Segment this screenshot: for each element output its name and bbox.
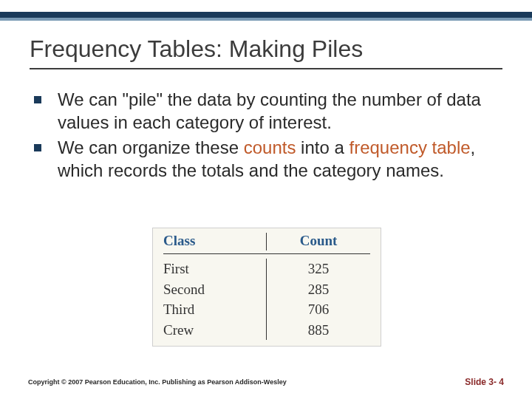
cell-count: 325 <box>267 259 370 279</box>
slide-title: Frequency Tables: Making Piles <box>30 35 363 63</box>
bullet-item: We can organize these counts into a freq… <box>34 137 502 182</box>
bullet-text: We can "pile" the data by counting the n… <box>58 89 502 134</box>
table-header-count: Count <box>267 233 370 250</box>
bullet-text-segment: We can organize these <box>58 137 244 157</box>
table-header-class: Class <box>163 233 267 250</box>
content-area: We can "pile" the data by counting the n… <box>34 89 502 185</box>
cell-class: Second <box>163 279 267 300</box>
accent-bar-dark <box>0 12 532 18</box>
highlight-text: counts <box>244 137 296 157</box>
bullet-text: We can organize these counts into a freq… <box>58 137 502 182</box>
highlight-text: frequency table <box>349 137 470 157</box>
bullet-item: We can "pile" the data by counting the n… <box>34 89 502 134</box>
table-row: Second 285 <box>163 279 370 300</box>
cell-class: Third <box>163 299 267 320</box>
table-body: First 325 Second 285 Third 706 Crew 885 <box>163 259 370 340</box>
table-header-row: Class Count <box>163 233 370 254</box>
cell-class: First <box>163 259 267 279</box>
title-underline <box>30 68 502 69</box>
table-row: Third 706 <box>163 299 370 320</box>
cell-count: 885 <box>267 320 370 341</box>
bullet-text-segment: We can "pile" the data by counting the n… <box>58 89 481 132</box>
table-row: First 325 <box>163 259 370 279</box>
slide-number: Slide 3- 4 <box>465 377 504 387</box>
square-bullet-icon <box>34 96 41 103</box>
cell-count: 285 <box>267 279 370 300</box>
cell-count: 706 <box>267 299 370 320</box>
cell-class: Crew <box>163 320 267 341</box>
copyright-text: Copyright © 2007 Pearson Education, Inc.… <box>28 378 287 386</box>
accent-bar-light <box>0 18 532 21</box>
bullet-text-segment: into a <box>296 137 349 157</box>
frequency-table: Class Count First 325 Second 285 Third 7… <box>152 228 381 347</box>
table-row: Crew 885 <box>163 320 370 341</box>
square-bullet-icon <box>34 144 41 151</box>
